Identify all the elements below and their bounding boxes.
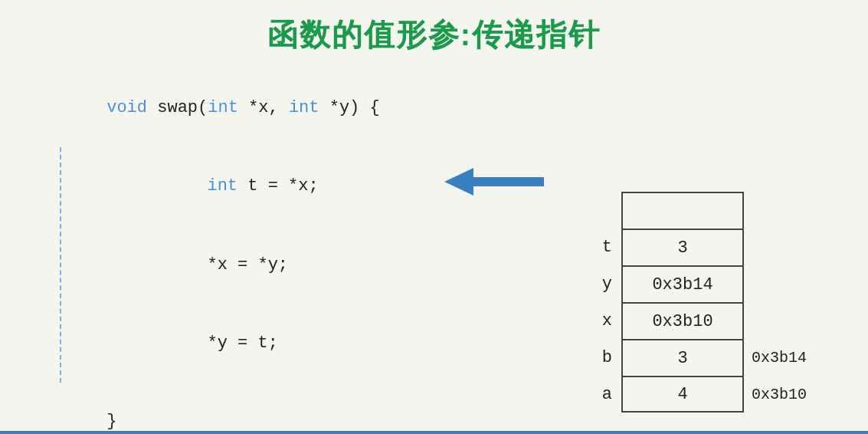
mem-addr-a: 0x3b10 <box>752 386 807 403</box>
arrow-container <box>444 165 544 202</box>
mem-label-a: a <box>589 385 612 404</box>
mem-row-a: a 4 0x3b10 <box>589 376 807 413</box>
bottom-bar <box>0 431 868 434</box>
page-title: 函数的值形参:传递指针 <box>0 0 868 64</box>
mem-row-x: x 0x3b10 <box>589 302 807 339</box>
mem-cell-x: 0x3b10 <box>621 302 744 339</box>
mem-cell-y: 0x3b14 <box>621 265 744 302</box>
page-container: 函数的值形参:传递指针 void swap(int *x, int *y) { … <box>0 0 868 434</box>
left-arrow-icon <box>444 165 544 199</box>
mem-row-b: b 3 0x3b14 <box>589 339 807 376</box>
mem-addr-b: 0x3b14 <box>752 349 807 367</box>
svg-marker-0 <box>444 168 544 196</box>
mem-label-b: b <box>589 348 612 367</box>
code-area: void swap(int *x, int *y) { int t = *x; … <box>46 69 500 434</box>
code-line-4: *y = t; <box>86 304 319 383</box>
mem-label-y: y <box>589 275 612 294</box>
code-line-2: int t = *x; <box>86 147 319 225</box>
mem-row-t: t 3 <box>589 229 807 265</box>
mem-label-x: x <box>589 311 612 330</box>
mem-label-t: t <box>589 238 612 257</box>
memory-table: t 3 y 0x3b14 x 0x3b10 b 3 0x3b14 a 4 0x3… <box>589 192 807 413</box>
mem-row-y: y 0x3b14 <box>589 265 807 302</box>
mem-cell-b: 3 <box>621 339 744 376</box>
mem-cell-t: 3 <box>621 229 744 265</box>
kw-void: void <box>106 98 147 117</box>
mem-cell-a: 4 <box>621 376 744 413</box>
code-line-1: void swap(int *x, int *y) { <box>46 69 500 147</box>
code-line-5: } <box>46 383 500 434</box>
code-line-3: *x = *y; <box>86 226 319 304</box>
mem-top-cell <box>621 192 744 229</box>
